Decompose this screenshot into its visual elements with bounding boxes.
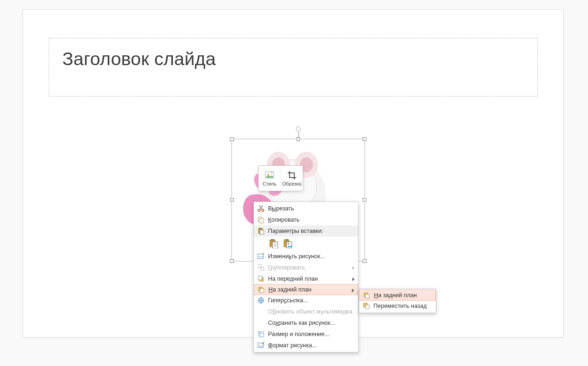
title-placeholder[interactable]: Заголовок слайда	[49, 38, 538, 97]
menu-save-as-picture-label: Сохранить как рисунок...	[268, 320, 335, 326]
resize-handle-tc[interactable]	[297, 137, 300, 141]
send-to-back-submenu: На задний план Переместить назад	[359, 289, 436, 313]
svg-rect-23	[260, 218, 263, 223]
resize-handle-tl[interactable]	[230, 137, 234, 141]
cut-icon	[257, 204, 265, 213]
svg-rect-48	[365, 305, 369, 309]
rotate-stem	[298, 132, 299, 137]
rotate-handle[interactable]	[296, 126, 301, 132]
svg-rect-42	[260, 333, 264, 337]
svg-rect-28	[271, 239, 275, 241]
change-picture-icon	[257, 252, 265, 261]
menu-paste-options-label: Параметры вставки:	[268, 228, 323, 234]
format-picture-icon	[257, 341, 265, 350]
svg-rect-26	[260, 230, 264, 234]
resize-handle-tr[interactable]	[363, 137, 366, 141]
svg-point-20	[258, 209, 261, 212]
group-icon	[257, 263, 265, 272]
menu-change-picture-label: Измениьть рисунок...	[268, 253, 325, 260]
submenu-arrow-icon	[352, 277, 355, 281]
crop-label: Обрезка	[282, 181, 301, 187]
svg-point-21	[262, 209, 264, 212]
submenu-send-backward-label: Переместить назад	[373, 303, 427, 309]
send-back-icon	[363, 291, 371, 300]
menu-bring-to-front[interactable]: На передний план	[254, 273, 358, 284]
context-menu: Вырезать Копировать Параметры вставки: И…	[253, 202, 358, 352]
svg-point-19	[267, 173, 269, 175]
submenu-send-backward[interactable]: Переместить назад	[359, 300, 436, 312]
menu-cut-label: Вырезать	[268, 205, 294, 212]
menu-send-back-label: На задний план	[268, 286, 312, 293]
svg-rect-31	[285, 239, 289, 241]
style-button[interactable]: Стиль	[259, 166, 281, 191]
menu-hyperlink-label: Гиперссылка...	[268, 297, 308, 304]
menu-group-label: Группировать	[268, 264, 305, 271]
paste-icon	[257, 227, 265, 235]
resize-handle-br[interactable]	[363, 259, 366, 263]
style-label: Стиль	[262, 181, 276, 187]
menu-format-picture[interactable]: Формат рисунка...	[254, 340, 358, 351]
menu-format-picture-label: Формат рисунка...	[268, 342, 317, 349]
mini-toolbar: Стиль Обрезка	[258, 165, 303, 191]
paste-options-row	[254, 237, 358, 251]
menu-send-to-back[interactable]: На задний план	[254, 284, 358, 295]
svg-rect-32	[287, 242, 292, 248]
paste-option-keep-formatting[interactable]	[268, 238, 279, 249]
send-back-icon	[257, 286, 266, 294]
submenu-arrow-icon	[352, 289, 354, 292]
size-position-icon	[257, 330, 265, 338]
menu-size-position-label: Размер и положение...	[268, 331, 329, 337]
menu-copy-label: Копировать	[268, 217, 299, 223]
svg-rect-46	[365, 294, 369, 298]
menu-hyperlink[interactable]: Гиперссылка...	[254, 295, 358, 306]
send-backward-icon	[362, 302, 371, 310]
slide-title-text: Заголовок слайда	[62, 49, 524, 69]
svg-point-44	[259, 344, 261, 346]
svg-rect-38	[258, 276, 262, 280]
menu-save-as-picture[interactable]: Сохранить как рисунок...	[254, 317, 358, 329]
menu-paste-options-header: Параметры вставки:	[254, 225, 358, 237]
resize-handle-bl[interactable]	[230, 259, 234, 263]
bring-front-icon	[257, 275, 265, 283]
svg-point-33	[288, 243, 289, 244]
menu-update-media-label: Обновить объект мультимедиа	[268, 308, 352, 315]
svg-rect-25	[259, 228, 262, 229]
svg-rect-35	[258, 265, 261, 268]
menu-size-and-position[interactable]: Размер и положение...	[254, 329, 358, 340]
menu-group: Группировать	[254, 262, 358, 273]
picture-style-icon	[265, 171, 274, 180]
menu-bring-front-label: На передний план	[268, 276, 318, 282]
menu-update-media: Обновить объект мультимедиа	[254, 306, 358, 317]
submenu-arrow-icon	[352, 266, 355, 270]
menu-copy[interactable]: Копировать	[254, 214, 358, 225]
svg-rect-40	[260, 289, 264, 292]
menu-change-picture[interactable]: Измениьть рисунок...	[254, 251, 358, 262]
submenu-send-to-back[interactable]: На задний план	[359, 290, 436, 301]
hyperlink-icon	[257, 296, 265, 305]
resize-handle-mr[interactable]	[363, 198, 366, 202]
menu-cut[interactable]: Вырезать	[254, 203, 358, 214]
svg-rect-36	[261, 267, 264, 270]
submenu-send-to-back-label: На задний план	[374, 292, 417, 299]
paste-option-picture[interactable]	[282, 238, 293, 249]
copy-icon	[257, 216, 265, 224]
resize-handle-ml[interactable]	[230, 198, 234, 202]
crop-button[interactable]: Обрезка	[281, 166, 303, 191]
crop-icon	[287, 171, 297, 180]
